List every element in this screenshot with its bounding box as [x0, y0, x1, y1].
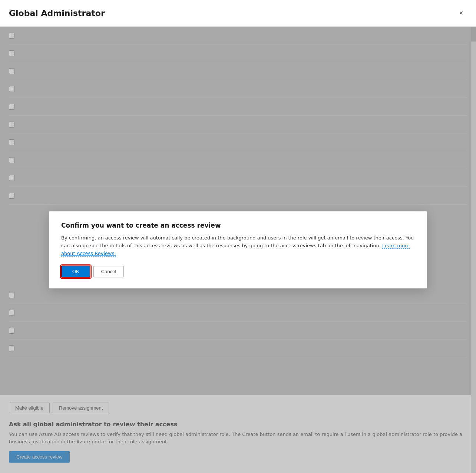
- main-panel: Global Administrator ×: [0, 0, 476, 473]
- dialog-cancel-button[interactable]: Cancel: [93, 266, 124, 278]
- panel-title: Global Administrator: [9, 9, 105, 18]
- dialog-title: Confirm you want to create an access rev…: [61, 222, 415, 229]
- content-area: Make eligible Remove assignment Ask all …: [0, 27, 476, 473]
- dialog-ok-button[interactable]: OK: [61, 266, 90, 278]
- dialog-actions: OK Cancel: [61, 266, 415, 278]
- title-bar: Global Administrator ×: [0, 0, 476, 27]
- close-button[interactable]: ×: [455, 7, 467, 19]
- dialog-body-text: By confirming, an access review will aut…: [61, 235, 414, 248]
- confirm-dialog: Confirm you want to create an access rev…: [49, 211, 427, 288]
- dialog-body: By confirming, an access review will aut…: [61, 234, 415, 257]
